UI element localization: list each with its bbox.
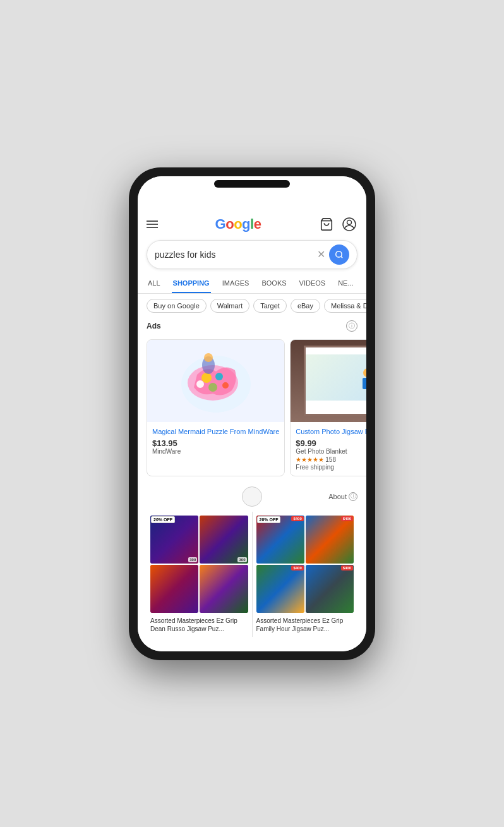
- product-seller-mermaid: MindWare: [152, 448, 279, 455]
- grid-title-family: Assorted Masterpieces Ez Grip Family Hou…: [256, 617, 354, 633]
- price-400-2: $400: [341, 516, 353, 521]
- product-title-custom: Custom Photo Jigsaw Puzzle Pet Best Gift…: [296, 427, 366, 436]
- svg-point-10: [196, 380, 204, 388]
- about-label: About: [328, 493, 347, 500]
- svg-point-12: [204, 353, 213, 362]
- svg-point-7: [215, 373, 223, 380]
- grid-title-dog: Assorted Masterpieces Ez Grip Dean Russo…: [150, 617, 248, 633]
- search-clear-button[interactable]: ✕: [317, 248, 325, 260]
- chip-buy-on-google[interactable]: Buy on Google: [147, 299, 207, 313]
- chip-target[interactable]: Target: [253, 299, 287, 313]
- grid-card-dog[interactable]: 20% OFF 300 300: [147, 512, 252, 637]
- product-grid: 20% OFF 300 300: [147, 512, 357, 637]
- product-image-custom: 1000 PIECES: [291, 340, 366, 422]
- review-count: 158: [325, 456, 336, 463]
- svg-point-8: [208, 383, 217, 392]
- phone-notch: [214, 180, 290, 188]
- hamburger-menu[interactable]: [147, 220, 158, 228]
- google-logo: Google: [215, 216, 261, 232]
- product-card-custom[interactable]: 1000 PIECES: [290, 339, 366, 476]
- account-icon[interactable]: [341, 216, 357, 232]
- header: Google: [138, 211, 366, 238]
- grid-thumb-family-1: 20% OFF $400: [256, 516, 304, 564]
- grid-images-family: 20% OFF $400 $400 $400: [256, 516, 354, 613]
- svg-point-9: [222, 382, 229, 389]
- cart-icon[interactable]: [318, 216, 335, 232]
- screen-content: Google: [138, 176, 366, 651]
- grid-thumb-family-4: $400: [306, 565, 354, 613]
- product-info-custom: Custom Photo Jigsaw Puzzle Pet Best Gift…: [291, 422, 366, 476]
- product-price-mermaid: $13.95: [152, 438, 279, 448]
- products-carousel: Magical Mermaid Puzzle From MindWare $13…: [138, 334, 366, 481]
- product-image-mermaid: [147, 340, 284, 422]
- grid-thumb-family-2: $400: [306, 516, 354, 564]
- grid-thumb-dog-2: 300: [200, 516, 248, 564]
- grid-thumb-family-3: $400: [256, 565, 304, 613]
- search-button[interactable]: [329, 244, 349, 265]
- chip-walmart[interactable]: Walmart: [210, 299, 250, 313]
- ads-info-icon[interactable]: ⓘ: [346, 320, 357, 332]
- product-shipping-custom: Free shipping: [296, 464, 366, 471]
- svg-point-3: [336, 251, 342, 257]
- page-dot: [242, 486, 262, 507]
- tab-videos[interactable]: VIDEOS: [298, 274, 327, 293]
- product-title-mermaid: Magical Mermaid Puzzle From MindWare: [152, 427, 279, 436]
- tab-books[interactable]: BOOKS: [260, 274, 287, 293]
- badge-20off-1: 20% OFF: [151, 516, 175, 523]
- price-400-3: $400: [291, 565, 303, 570]
- piece-count-300-1: 300: [188, 557, 197, 562]
- tab-images[interactable]: IMAGES: [221, 274, 251, 293]
- svg-point-6: [201, 373, 212, 383]
- grid-card-family[interactable]: 20% OFF $400 $400 $400: [253, 512, 358, 637]
- about-link[interactable]: About ⓘ: [328, 492, 357, 501]
- product-price-custom: $9.99: [296, 438, 366, 448]
- svg-point-2: [347, 220, 351, 224]
- phone-frame: Google: [129, 167, 375, 660]
- filter-chips: Buy on Google Walmart Target eBay Meliss…: [138, 294, 366, 318]
- grid-images-dog: 20% OFF 300 300: [150, 516, 248, 613]
- search-bar[interactable]: ✕: [147, 240, 357, 269]
- chip-ebay[interactable]: eBay: [291, 299, 320, 313]
- product-seller-custom: Get Photo Blanket: [296, 448, 366, 455]
- product-info-mermaid: Magical Mermaid Puzzle From MindWare $13…: [147, 422, 284, 460]
- pagination-area: About ⓘ: [138, 481, 366, 512]
- header-icons: [318, 216, 357, 232]
- product-card-mermaid[interactable]: Magical Mermaid Puzzle From MindWare $13…: [147, 339, 285, 476]
- price-400-4: $400: [341, 565, 353, 570]
- tab-all[interactable]: ALL: [147, 274, 162, 293]
- ads-label: Ads: [147, 322, 161, 330]
- grid-thumb-dog-3: [150, 565, 198, 613]
- phone-screen: Google: [138, 176, 366, 651]
- chip-melissa[interactable]: Melissa & Dou...: [324, 299, 366, 313]
- tab-more[interactable]: NE...: [337, 274, 354, 293]
- ads-header: Ads ⓘ: [138, 318, 366, 334]
- search-input[interactable]: [155, 250, 317, 260]
- grid-thumb-dog-1: 20% OFF 300: [150, 516, 198, 564]
- product-rating-custom: ★★★★★ 158: [296, 456, 366, 463]
- badge-20off-2: 20% OFF: [257, 516, 281, 523]
- grid-thumb-dog-4: [200, 565, 248, 613]
- search-tabs: ALL SHOPPING IMAGES BOOKS VIDEOS NE...: [138, 274, 366, 294]
- price-400-1: $400: [291, 516, 303, 521]
- tab-shopping[interactable]: SHOPPING: [172, 274, 211, 293]
- about-info-icon: ⓘ: [349, 492, 357, 501]
